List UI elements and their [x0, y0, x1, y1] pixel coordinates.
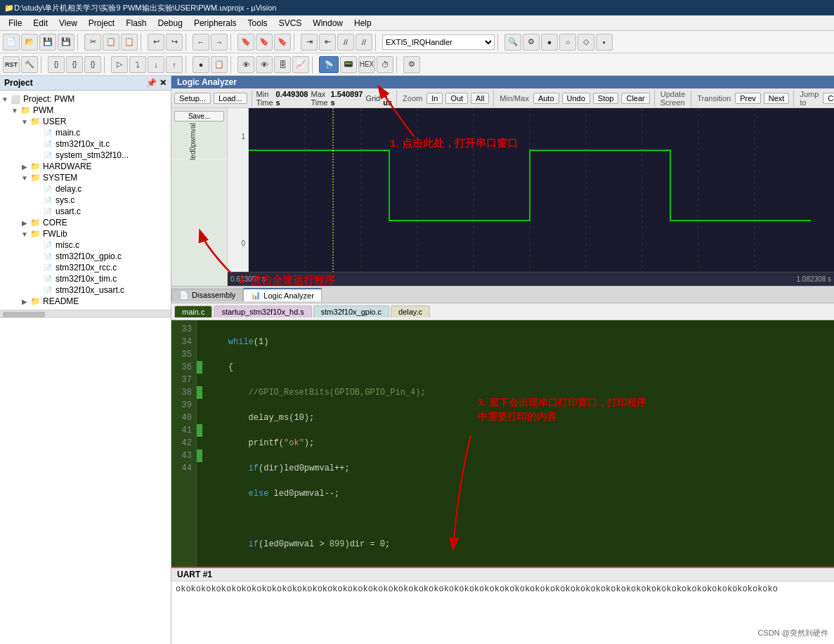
menu-peripherals[interactable]: Peripherals — [188, 17, 242, 29]
function-dropdown[interactable]: EXTI5_IRQHandler — [382, 34, 495, 50]
open-btn[interactable]: 📂 — [21, 34, 38, 51]
timer-btn[interactable]: ⏱ — [377, 56, 393, 73]
bookmark-btn[interactable]: 🔖 — [237, 34, 254, 51]
save-btn[interactable]: 💾 — [39, 34, 56, 51]
new-file-btn[interactable]: 📄 — [3, 34, 20, 51]
cut-btn[interactable]: ✂ — [84, 34, 101, 51]
menu-file[interactable]: File — [3, 17, 27, 29]
menu-edit[interactable]: Edit — [27, 17, 53, 29]
step-into[interactable]: ↓ — [148, 56, 164, 73]
la-stop-btn[interactable]: Stop — [593, 93, 619, 104]
tree-gpio[interactable]: 📄 stm32f10x_gpio.c — [0, 251, 171, 262]
breakpoint-btn[interactable]: ● — [193, 56, 209, 73]
config-btn[interactable]: ⚙ — [403, 56, 420, 73]
rst-btn[interactable]: RST — [3, 56, 20, 73]
copy-btn[interactable]: 📋 — [103, 34, 119, 51]
search-btn[interactable]: 🔍 — [504, 34, 521, 51]
tree-stm32it[interactable]: 📄 stm32f10x_it.c — [0, 138, 171, 150]
serial-btn[interactable]: 📟 — [340, 56, 357, 73]
la-zoom-out-btn[interactable]: Out — [445, 93, 468, 104]
la-save-btn[interactable]: Save... — [174, 111, 224, 121]
la-load-btn[interactable]: Load... — [214, 93, 247, 104]
tree-core[interactable]: ▶ 📁 CORE — [0, 217, 171, 228]
menu-view[interactable]: View — [53, 17, 83, 29]
menu-window[interactable]: Window — [307, 17, 348, 29]
code-area[interactable]: 33 34 35 36 37 38 39 40 41 42 43 44 — [171, 320, 834, 567]
debug-curly2[interactable]: {} — [66, 56, 83, 73]
tree-delay[interactable]: 📄 delay.c — [0, 183, 171, 195]
watchdog-btn[interactable]: ○ — [559, 34, 576, 51]
tree-system-folder[interactable]: ▼ 📁 SYSTEM — [0, 172, 171, 183]
settings-btn[interactable]: ⚙ — [523, 34, 540, 51]
la-waveform[interactable] — [249, 108, 834, 272]
bookmark3-btn[interactable]: 🔖 — [274, 34, 291, 51]
file-tab-mainc[interactable]: main.c — [174, 305, 212, 317]
mem-view-btn[interactable]: 🗄 — [274, 56, 291, 73]
tab-disassembly[interactable]: 📄 Disassembly — [171, 289, 243, 301]
la-zoom-in-btn[interactable]: In — [426, 93, 443, 104]
left-scroll[interactable] — [0, 310, 171, 318]
nav-back-btn[interactable]: ← — [193, 34, 209, 51]
menu-debug[interactable]: Debug — [152, 17, 188, 29]
la-prev-btn[interactable]: Prev — [735, 93, 761, 104]
menu-help[interactable]: Help — [348, 17, 377, 29]
trace-btn[interactable]: 📈 — [292, 56, 309, 73]
menu-tools[interactable]: Tools — [242, 17, 273, 29]
menu-project[interactable]: Project — [83, 17, 120, 29]
paste-btn[interactable]: 📋 — [121, 34, 138, 51]
function-dropdown-wrap[interactable]: EXTI5_IRQHandler — [382, 34, 495, 50]
build-btn[interactable]: 🔨 — [21, 56, 38, 73]
rtx-btn[interactable]: ◇ — [578, 34, 594, 51]
la-clear-btn[interactable]: Clear — [621, 93, 649, 104]
menu-flash[interactable]: Flash — [120, 17, 152, 29]
indent-btn[interactable]: ⇥ — [301, 34, 318, 51]
pin-icon[interactable]: 📌 — [146, 78, 157, 88]
tree-root[interactable]: ▼ ⬜ Project: PWM — [0, 93, 171, 105]
tree-rcc[interactable]: 📄 stm32f10x_rcc.c — [0, 262, 171, 273]
la-code-btn[interactable]: Code — [823, 93, 834, 104]
watch1-btn[interactable]: 👁 — [237, 56, 254, 73]
nav-fwd-btn[interactable]: → — [211, 34, 228, 51]
la-undo-btn[interactable]: Undo — [562, 93, 590, 104]
tree-hardware[interactable]: ▶ 📁 HARDWARE — [0, 161, 171, 172]
file-tab-delay[interactable]: delay.c — [391, 305, 430, 317]
uncomment-btn[interactable]: // — [356, 34, 372, 51]
uart-content[interactable]: okokokokokokokokokokokokokokokokokokokok… — [171, 581, 834, 644]
tree-user[interactable]: ▼ 📁 USER — [0, 116, 171, 127]
breakpoints-btn[interactable]: ● — [541, 34, 558, 51]
la-next-btn[interactable]: Next — [764, 93, 790, 104]
tree-sys[interactable]: 📄 sys.c — [0, 195, 171, 206]
undo-btn[interactable]: ↩ — [148, 34, 164, 51]
la-auto-btn[interactable]: Auto — [533, 93, 559, 104]
watch2-btn[interactable]: 👁 — [256, 56, 273, 73]
tree-pwm[interactable]: ▼ 📁 PWM — [0, 105, 171, 116]
debug-curly1[interactable]: {} — [48, 56, 65, 73]
bp-list-btn[interactable]: 📋 — [211, 56, 228, 73]
save-all-btn[interactable]: 💾 — [58, 34, 74, 51]
step-out[interactable]: ↑ — [166, 56, 183, 73]
hex-btn[interactable]: HEX — [358, 56, 375, 73]
bookmark2-btn[interactable]: 🔖 — [256, 34, 273, 51]
file-tab-startup[interactable]: startup_stm32f10x_hd.s — [214, 305, 311, 317]
tree-misc[interactable]: 📄 misc.c — [0, 239, 171, 251]
run-to-cursor[interactable]: ▷ — [111, 56, 128, 73]
step-over[interactable]: ⤵ — [129, 56, 146, 73]
file-tab-gpio[interactable]: stm32f10x_gpio.c — [313, 305, 389, 317]
outdent-btn[interactable]: ⇤ — [319, 34, 336, 51]
tab-logic-analyzer[interactable]: 📊 Logic Analyzer — [243, 288, 322, 301]
tree-tim[interactable]: 📄 stm32f10x_tim.c — [0, 273, 171, 284]
close-panel-icon[interactable]: ✕ — [159, 78, 167, 88]
tree-usart[interactable]: 📄 usart.c — [0, 206, 171, 217]
tree-usartlib[interactable]: 📄 stm32f10x_usart.c — [0, 284, 171, 296]
la-setup-btn[interactable]: Setup... — [174, 93, 211, 104]
debug-curly3[interactable]: {} — [84, 56, 101, 73]
redo-btn[interactable]: ↪ — [166, 34, 183, 51]
perf-btn[interactable]: ▪ — [596, 34, 613, 51]
comment-btn[interactable]: // — [337, 34, 354, 51]
la-zoom-all-btn[interactable]: All — [471, 93, 489, 104]
tree-mainc[interactable]: 📄 main.c — [0, 127, 171, 138]
tree-readme[interactable]: ▶ 📁 README — [0, 296, 171, 307]
menu-svcs[interactable]: SVCS — [273, 17, 308, 29]
tree-system[interactable]: 📄 system_stm32f10... — [0, 150, 171, 161]
tree-fwlib[interactable]: ▼ 📁 FWLib — [0, 228, 171, 239]
